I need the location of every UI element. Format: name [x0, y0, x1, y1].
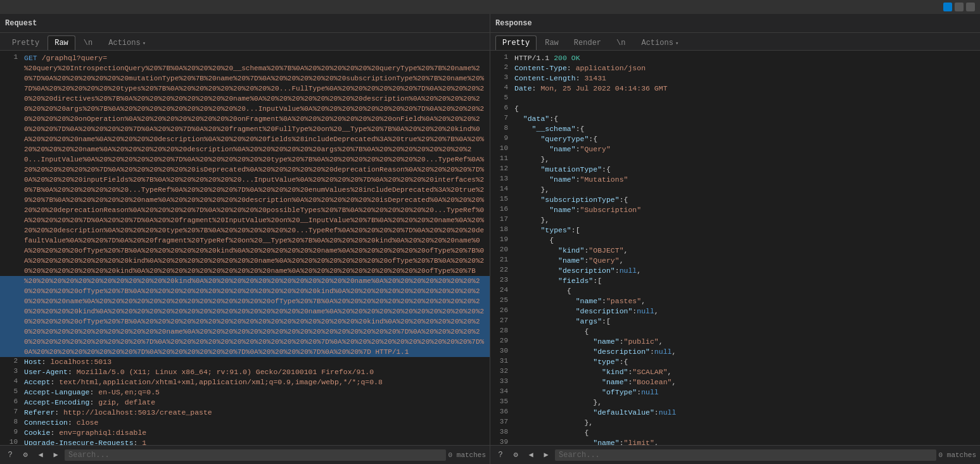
- response-panel: Response Pretty Raw Render \n Actions ▾ …: [490, 14, 980, 464]
- request-help-icon[interactable]: ?: [4, 449, 16, 461]
- line-content: "name":"pastes",: [514, 296, 975, 306]
- table-row: 13 "name":"Mutations": [490, 175, 980, 185]
- restore-button[interactable]: [955, 3, 964, 11]
- header-val: localhost:5013: [50, 358, 111, 366]
- response-actions-button[interactable]: Actions ▾: [636, 36, 684, 50]
- response-panel-header: Response: [490, 14, 980, 33]
- request-next-match-icon[interactable]: ▶: [49, 449, 62, 461]
- table-row: 19 {: [490, 235, 980, 246]
- line-content: "args":[: [514, 317, 975, 327]
- header-val: Mozilla/5.0 (X11; Linux x86_64; rv:91.0)…: [77, 368, 374, 376]
- line-content: Content-Type: application/json: [514, 63, 975, 73]
- request-code-wrapper: 1GET /graphql?query=%20query%20Introspec…: [0, 51, 490, 445]
- header-key: Referer: [24, 408, 54, 417]
- line-content: {: [514, 327, 975, 337]
- request-panel-title: Request: [5, 19, 37, 28]
- response-next-match-icon[interactable]: ▶: [540, 449, 552, 461]
- table-row: 18 "types":[: [490, 225, 980, 235]
- line-content: "data":{: [514, 114, 975, 124]
- table-row: 15 "subscriptionType":{: [490, 195, 980, 205]
- response-tab-pretty[interactable]: Pretty: [495, 35, 537, 50]
- line-content: User-Agent: Mozilla/5.0 (X11; Linux x86_…: [24, 367, 485, 377]
- http-status: 200 OK: [554, 54, 580, 62]
- request-search-input[interactable]: [65, 449, 446, 461]
- line-content: "description":null,: [514, 266, 975, 276]
- table-row: 7 "data":{: [490, 114, 980, 124]
- table-row: 8 "__schema":{: [490, 124, 980, 134]
- request-code-area[interactable]: 1GET /graphql?query=%20query%20Introspec…: [0, 51, 490, 445]
- table-row: 4Date: Mon, 25 Jul 2022 04:14:36 GMT: [490, 84, 980, 94]
- request-tab-bar: Pretty Raw \n Actions ▾: [0, 33, 490, 51]
- table-row: 5: [490, 94, 980, 104]
- response-search-input[interactable]: [555, 449, 936, 461]
- url-text: %20query%20IntrospectionQuery%20%7B%0A%2…: [24, 65, 484, 275]
- line-content: "description":null,: [514, 347, 975, 357]
- request-tab-raw[interactable]: Raw: [48, 35, 75, 50]
- line-content: Connection: close: [24, 418, 485, 428]
- line-content: Referer: http://localhost:5013/create_pa…: [24, 408, 485, 418]
- line-content: "description":null,: [514, 306, 975, 317]
- header-key: Connection: [24, 418, 68, 427]
- response-tab-newline[interactable]: \n: [609, 35, 632, 50]
- line-content: "kind":"OBJECT",: [514, 246, 975, 256]
- response-actions-chevron-icon: ▾: [675, 40, 678, 47]
- window-controls: [943, 3, 975, 11]
- response-matches-count: 0 matches: [939, 451, 976, 459]
- line-content: Accept-Encoding: gzip, deflate: [24, 398, 485, 408]
- request-tab-newline[interactable]: \n: [77, 35, 99, 50]
- table-row: 6Accept-Encoding: gzip, deflate: [0, 398, 490, 408]
- line-content: "name":"Query": [514, 144, 975, 154]
- header-val: 31431: [584, 74, 606, 82]
- line-content: "name":"limit",: [514, 438, 975, 445]
- table-row: 1GET /graphql?query=: [0, 53, 490, 63]
- response-help-icon[interactable]: ?: [494, 449, 507, 461]
- tile-button[interactable]: [943, 3, 952, 11]
- table-row: 1HTTP/1.1 200 OK: [490, 53, 980, 63]
- header-key: Content-Type: [514, 64, 567, 72]
- table-row: 12 "mutationType":{: [490, 165, 980, 175]
- table-row: 5Accept-Language: en-US,en;q=0.5: [0, 387, 490, 398]
- request-tab-pretty[interactable]: Pretty: [5, 35, 46, 50]
- line-content: },: [514, 418, 975, 428]
- table-row: 29 "name":"public",: [490, 337, 980, 347]
- request-settings-icon[interactable]: ⚙: [19, 449, 32, 461]
- table-row: 2Host: localhost:5013: [0, 357, 490, 367]
- table-row: 27 "args":[: [490, 317, 980, 327]
- header-key: Accept-Language: [24, 388, 90, 396]
- line-content: Accept-Language: en-US,en;q=0.5: [24, 387, 485, 398]
- table-row: 2Content-Type: application/json: [490, 63, 980, 73]
- response-code-area[interactable]: 1HTTP/1.1 200 OK2Content-Type: applicati…: [490, 51, 980, 445]
- response-panel-title: Response: [495, 19, 532, 28]
- table-row: %20query%20IntrospectionQuery%20%7B%0A%2…: [0, 63, 490, 276]
- table-row: 9Cookie: env=graphiql:disable: [0, 428, 490, 438]
- table-row: 3Content-Length: 31431: [490, 73, 980, 84]
- top-bar: [0, 0, 980, 14]
- table-row: 25 "name":"pastes",: [490, 296, 980, 306]
- response-tab-render[interactable]: Render: [567, 35, 608, 50]
- response-settings-icon[interactable]: ⚙: [509, 449, 522, 461]
- header-val: gzip, deflate: [98, 398, 155, 406]
- line-content: "type":{: [514, 357, 975, 367]
- table-row: 35 },: [490, 398, 980, 408]
- header-val: application/json: [576, 64, 646, 72]
- request-actions-chevron-icon: ▾: [143, 40, 146, 47]
- line-content: "types":[: [514, 225, 975, 235]
- header-key: Accept: [24, 378, 50, 386]
- request-actions-button[interactable]: Actions ▾: [103, 36, 151, 50]
- response-prev-match-icon[interactable]: ◀: [525, 449, 537, 461]
- table-row: 3User-Agent: Mozilla/5.0 (X11; Linux x86…: [0, 367, 490, 377]
- table-row: 17 },: [490, 215, 980, 225]
- close-button[interactable]: [966, 3, 975, 11]
- line-content: "name":"Boolean",: [514, 377, 975, 387]
- line-content: Content-Length: 31431: [514, 73, 975, 84]
- line-content: [514, 94, 975, 104]
- table-row: 22 "description":null,: [490, 266, 980, 276]
- request-prev-match-icon[interactable]: ◀: [34, 449, 47, 461]
- header-key: User-Agent: [24, 368, 68, 376]
- request-panel-header: Request: [0, 14, 490, 33]
- table-row: 6{: [490, 104, 980, 114]
- line-content: },: [514, 215, 975, 225]
- response-tab-raw[interactable]: Raw: [538, 35, 566, 50]
- table-row: 24 {: [490, 286, 980, 296]
- line-content: "ofType":null: [514, 387, 975, 398]
